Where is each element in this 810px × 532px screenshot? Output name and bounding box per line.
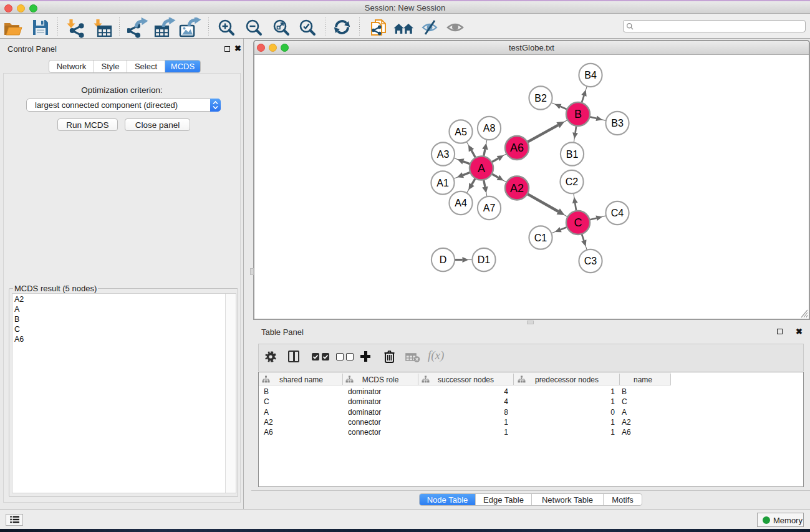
svg-text:A4: A4 [455, 198, 467, 208]
svg-text:C1: C1 [534, 233, 547, 243]
svg-text:A7: A7 [483, 203, 496, 213]
svg-text:A2: A2 [510, 182, 524, 195]
svg-text:C: C [574, 216, 582, 229]
svg-text:D: D [440, 254, 447, 265]
svg-text:A8: A8 [483, 123, 496, 133]
svg-text:C4: C4 [611, 208, 624, 218]
svg-text:C3: C3 [584, 256, 597, 266]
svg-text:A6: A6 [510, 142, 524, 154]
svg-text:A: A [478, 162, 485, 175]
svg-text:A5: A5 [455, 127, 467, 137]
svg-text:B: B [574, 108, 582, 120]
svg-text:B3: B3 [611, 118, 624, 128]
svg-text:B2: B2 [534, 93, 547, 104]
svg-text:C2: C2 [566, 177, 579, 187]
svg-text:D1: D1 [478, 254, 491, 265]
svg-text:A1: A1 [436, 178, 449, 188]
svg-text:B4: B4 [584, 70, 597, 80]
svg-text:B1: B1 [566, 149, 579, 160]
svg-text:A3: A3 [437, 149, 450, 160]
